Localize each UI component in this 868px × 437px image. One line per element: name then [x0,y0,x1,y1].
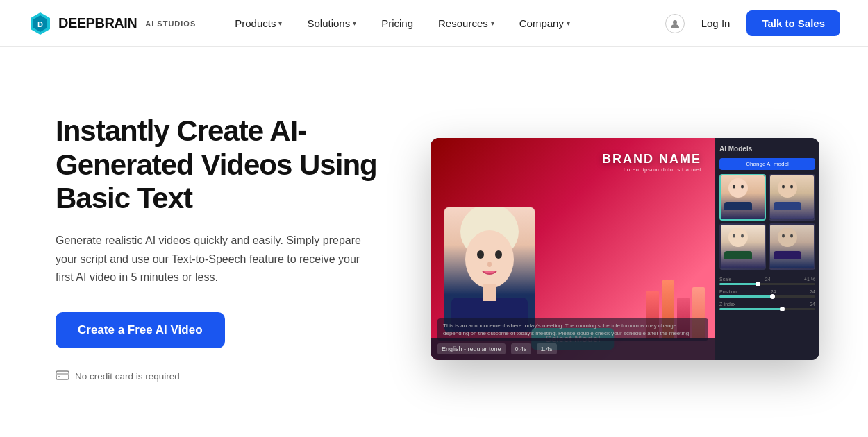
svg-rect-4 [56,371,69,379]
scale-x-value: 24 [765,277,771,282]
svg-point-27 [782,234,785,238]
talk-to-sales-label: Talk to Sales [762,17,825,29]
zindex-slider-fill [719,308,782,310]
svg-point-15 [733,185,735,189]
position-slider-track[interactable] [719,295,815,298]
svg-rect-17 [724,202,752,210]
nav-resources[interactable]: Resources ▾ [427,12,506,35]
svg-point-10 [495,250,502,259]
avatar-thumb-3[interactable] [719,223,766,270]
svg-point-22 [728,228,748,247]
scale-slider-row: Scale 24 +1 % [719,277,815,285]
talk-to-sales-button[interactable]: Talk to Sales [746,10,840,36]
no-cc-text: No credit card is required [75,371,180,382]
brand-name: DEEPBRAIN [58,15,137,31]
video-bottom-bar: English - regular tone 0:4s 1:4s [431,338,715,360]
avatar-face [444,207,535,332]
login-label: Log In [701,17,731,29]
solutions-label: Solutions [307,17,350,29]
hero-right: BRAND NAME Lorem ipsum dolor sit a met [431,138,819,360]
svg-point-20 [790,185,793,189]
time-badge-end: 1:4s [537,343,557,354]
nav-links: Products ▾ Solutions ▾ Pricing Resources… [224,12,665,35]
company-chevron-icon: ▾ [567,19,570,27]
svg-point-14 [728,178,748,198]
scale-slider-fill [719,283,758,285]
hero-section: Instantly Create AI-Generated Videos Usi… [0,47,868,437]
svg-rect-21 [774,202,801,210]
svg-point-16 [741,185,744,189]
svg-point-19 [782,185,785,189]
cta-create-video-button[interactable]: Create a Free AI Video [56,312,225,348]
avatar-thumb-face-4 [770,225,814,268]
panel-sliders: Scale 24 +1 % Position 24 [719,277,815,310]
svg-point-18 [778,178,797,198]
avatar-thumb-4[interactable] [769,223,815,270]
svg-point-24 [741,234,744,238]
user-avatar-icon[interactable] [665,14,685,33]
svg-point-8 [465,230,514,289]
language-badge: English - regular tone [437,343,506,354]
svg-point-28 [790,234,793,238]
company-label: Company [519,17,564,29]
video-brand-name: BRAND NAME [602,152,701,166]
video-main-area: BRAND NAME Lorem ipsum dolor sit a met [431,138,715,360]
no-credit-card-notice: No credit card is required [56,369,389,384]
nav-company[interactable]: Company ▾ [508,12,581,35]
video-brand-sub: Lorem ipsum dolor sit a met [602,166,701,173]
svg-point-11 [487,262,492,267]
avatar-thumb-face-1 [721,175,765,219]
svg-point-23 [733,234,735,238]
nav-solutions[interactable]: Solutions ▾ [296,12,367,35]
svg-rect-13 [483,284,496,301]
ai-avatar-preview [444,207,535,332]
scale-y-value: +1 % [804,277,815,282]
hero-description: Generate realistic AI videos quickly and… [56,232,361,286]
nav-products[interactable]: Products ▾ [224,12,293,35]
card-icon-svg [56,370,69,380]
navbar: D DEEPBRAIN AI STUDIOS Products ▾ Soluti… [0,0,868,47]
svg-point-9 [477,250,484,259]
resources-chevron-icon: ▾ [491,19,494,27]
zindex-slider-thumb [780,307,785,311]
zindex-slider-track[interactable] [719,308,815,310]
svg-rect-5 [56,373,69,375]
avatar-thumb-2[interactable] [769,174,815,221]
logo-icon: D [28,11,53,36]
logo[interactable]: D DEEPBRAIN AI STUDIOS [28,11,196,36]
nav-pricing[interactable]: Pricing [370,12,424,35]
person-icon [670,19,680,28]
hero-title: Instantly Create AI-Generated Videos Usi… [56,114,389,215]
video-brand-overlay: BRAND NAME Lorem ipsum dolor sit a met [602,152,701,173]
products-label: Products [235,17,276,29]
credit-card-icon [56,369,69,384]
svg-point-26 [778,228,797,247]
solutions-chevron-icon: ▾ [353,19,356,27]
avatar-thumb-face-3 [721,225,765,268]
svg-rect-29 [774,251,801,259]
script-text: This is an announcement where today's me… [443,322,703,337]
position-label-row: Position 24 24 [719,289,815,294]
avatar-thumb-1[interactable] [719,174,766,221]
scale-slider-track[interactable] [719,283,815,285]
svg-rect-25 [724,251,752,259]
zindex-slider-row: Z-index 24 [719,302,815,310]
scale-slider-thumb [756,282,760,286]
nav-right: Log In Talk to Sales [665,10,840,36]
position-label: Position [719,289,737,294]
avatar-thumbnails [719,174,815,270]
video-mockup: BRAND NAME Lorem ipsum dolor sit a met [431,138,819,360]
video-right-panel: AI Models Change AI model [715,138,819,360]
position-slider-thumb [770,294,775,299]
avatar-thumb-face-2 [770,175,814,219]
svg-point-3 [673,20,677,24]
scale-label-row: Scale 24 +1 % [719,277,815,282]
position-slider-fill [719,295,772,298]
position-slider-row: Position 24 24 [719,289,815,298]
zindex-label: Z-index [719,302,735,307]
hero-left: Instantly Create AI-Generated Videos Usi… [56,114,389,383]
pos-y-value: 24 [810,289,815,294]
change-ai-model-btn[interactable]: Change AI model [719,158,815,170]
brand-ai-studios: AI STUDIOS [145,19,196,28]
login-button[interactable]: Log In [690,12,742,35]
